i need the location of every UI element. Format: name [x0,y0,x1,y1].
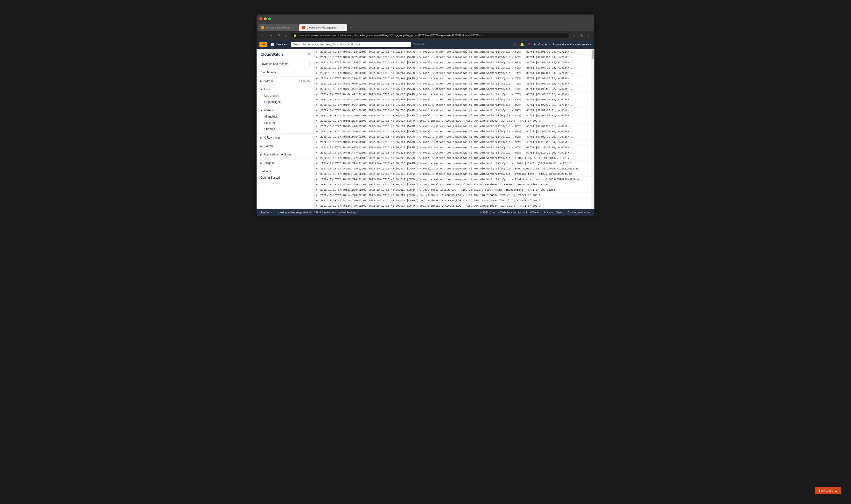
help-icon[interactable]: ❓ [527,42,531,46]
sidebar-item-app-monitoring[interactable]: ▶ Application monitoring [256,151,314,158]
extensions-button[interactable]: 🔌 [578,33,584,38]
log-row[interactable]: ▶2022-10-13T17:48:06.226+02:002022-10-13… [314,140,592,145]
region-selector[interactable]: N. Virginia ▾ [534,43,550,46]
log-row[interactable]: ▶2022-10-13T17:48:03.468+02:002022-10-13… [314,71,592,76]
sidebar-item-all-metrics[interactable]: All metrics [256,113,314,120]
terms-link[interactable]: Terms [557,211,564,214]
maximize-traffic-light[interactable] [268,17,271,20]
sidebar-item-explorer[interactable]: Explorer [256,120,314,126]
log-expand-icon[interactable]: ▶ [316,173,320,175]
tab-sagemaker[interactable]: Amazon SageMaker ✕ [258,24,298,31]
bell-icon[interactable]: 🔔 [520,42,524,46]
log-row[interactable]: ▶2022-10-13T17:48:06.728+02:002022-10-13… [314,172,592,177]
log-row[interactable]: ▶2022-10-13T17:48:05.976+02:002022-10-13… [314,134,592,140]
log-row[interactable]: ▶2022-10-13T17:48:04.981+02:002022-10-13… [314,102,592,108]
log-expand-icon[interactable]: ▶ [316,204,320,207]
log-expand-icon[interactable]: ▶ [316,66,320,69]
sidebar-group-metrics[interactable]: ▼ Metrics [256,107,314,113]
minimize-traffic-light[interactable] [264,17,267,20]
log-row[interactable]: ▶2022-10-13T17:48:14.770+02:002022-10-13… [314,193,592,198]
log-expand-icon[interactable]: ▶ [316,82,320,85]
sidebar-item-insights[interactable]: ▶ Insights [256,160,314,166]
sidebar-item-dashboards[interactable]: Dashboards [256,69,314,75]
aws-services-button[interactable]: Services [269,42,289,47]
forward-button[interactable]: → [268,33,274,38]
back-to-top-button[interactable]: Back to top ▲ [815,487,841,494]
sidebar-item-log-groups[interactable]: Log groups [256,92,314,99]
log-row[interactable]: ▶2022-10-13T17:48:03.719+02:002022-10-13… [314,76,592,81]
log-expand-icon[interactable]: ▶ [316,104,320,106]
new-tab-button[interactable]: + [348,24,354,31]
log-expand-icon[interactable]: ▶ [316,188,320,191]
log-expand-icon[interactable]: ▶ [316,162,320,165]
log-row[interactable]: ▶2022-10-13T17:48:06.728+02:002022-10-13… [314,161,592,166]
log-row[interactable]: ▶2022-10-13T17:48:04.471+02:002022-10-13… [314,92,592,97]
log-expand-icon[interactable]: ▶ [316,183,320,186]
log-row[interactable]: ▶2022-10-13T17:48:10.238+02:002022-10-13… [314,187,592,193]
log-row[interactable]: ▶2022-10-13T17:48:03.970+02:002022-10-13… [314,81,592,86]
sidebar-close-button[interactable]: ✕ [307,52,310,57]
sidebar-group-logs[interactable]: ▼ Logs [256,86,314,92]
log-expand-icon[interactable]: ▶ [316,77,320,80]
log-row[interactable]: ▶2022-10-13T17:48:05.725+02:002022-10-13… [314,129,592,134]
log-row[interactable]: ▶2022-10-13T17:48:19.770+02:002022-10-13… [314,198,592,203]
log-row[interactable]: ▶2022-10-13T17:48:06.477+02:002022-10-13… [314,150,592,156]
log-row[interactable]: ▶2022-10-13T17:48:03.468+02:002022-10-13… [314,65,592,71]
sidebar-item-alarms[interactable]: ▶ Alarms ⚠0 ⊘0 ⊙0 [256,78,314,84]
log-expand-icon[interactable]: ▶ [316,93,320,95]
log-expand-icon[interactable]: ▶ [316,72,320,74]
cloudshell-icon[interactable]: ⬛ [513,42,517,46]
unified-settings-link[interactable]: Unified Settings [338,211,356,214]
log-expand-icon[interactable]: ▶ [316,114,320,117]
tab-close-sagemaker[interactable]: ✕ [292,26,296,29]
log-expand-icon[interactable]: ▶ [316,61,320,64]
log-expand-icon[interactable]: ▶ [316,56,320,58]
log-row[interactable]: ▶2022-10-13T17:48:04.722+02:002022-10-13… [314,97,592,102]
tab-close-cloudwatch[interactable]: ✕ [342,26,344,29]
log-row[interactable]: ▶2022-10-13T17:48:06.728+02:002022-10-13… [314,182,592,187]
home-button[interactable]: ⌂ [284,33,288,38]
log-row[interactable]: ▶2022-10-13T17:48:04.221+02:002022-10-13… [314,86,592,92]
menu-button[interactable]: ⋮ [586,33,592,38]
log-row[interactable]: ▶2022-10-13T17:48:06.728+02:002022-10-13… [314,177,592,182]
sidebar-item-settings[interactable]: Settings [256,168,314,175]
log-expand-icon[interactable]: ▶ [316,199,320,202]
log-expand-icon[interactable]: ▶ [316,130,320,133]
log-row[interactable]: ▶2022-10-13T17:48:06.728+02:002022-10-13… [314,166,592,172]
sidebar-item-xray[interactable]: ▶ X-Ray traces [256,134,314,141]
log-expand-icon[interactable]: ▶ [316,51,320,53]
cookie-preferences-link[interactable]: Cookie preferences [568,211,591,214]
log-expand-icon[interactable]: ▶ [316,88,320,90]
log-row[interactable]: ▶2022-10-13T17:48:02.967+02:002022-10-13… [314,55,592,60]
log-expand-icon[interactable]: ▶ [316,98,320,101]
log-row[interactable]: ▶2022-10-13T17:48:06.477+02:002022-10-13… [314,145,592,150]
log-row[interactable]: ▶2022-10-13T17:48:05.244+02:002022-10-13… [314,113,592,118]
sidebar-item-logs-insights[interactable]: Logs Insights [256,99,314,105]
log-row[interactable]: ▶2022-10-13T17:48:06.477+02:002022-10-13… [314,156,592,161]
sidebar-item-favorites[interactable]: Favorites and recents › [256,61,314,67]
privacy-link[interactable]: Privacy [544,211,553,214]
tab-cloudwatch[interactable]: CloudWatch Management Con... ✕ [299,24,347,31]
log-expand-icon[interactable]: ▶ [316,109,320,111]
sidebar-item-streams[interactable]: Streams [256,126,314,132]
log-expand-icon[interactable]: ▶ [316,151,320,154]
log-expand-icon[interactable]: ▶ [316,157,320,159]
back-button[interactable]: ← [259,33,266,38]
log-row[interactable]: ▶2022-10-13T17:48:05.224+02:002022-10-13… [314,118,592,124]
log-expand-icon[interactable]: ▶ [316,136,320,138]
feedback-link[interactable]: Feedback [260,211,272,214]
log-expand-icon[interactable]: ▶ [316,120,320,122]
bookmark-button[interactable]: ☆ [572,33,577,38]
log-expand-icon[interactable]: ▶ [316,194,320,197]
user-menu[interactable]: AdministratorAccess/danielk ▾ [553,43,592,46]
log-row[interactable]: ▶2022-10-13T17:48:03.218+02:002022-10-13… [314,60,592,65]
log-expand-icon[interactable]: ▶ [316,146,320,149]
log-expand-icon[interactable]: ▶ [316,141,320,143]
sidebar-item-events[interactable]: ▶ Events [256,143,314,149]
log-row[interactable]: ▶2022-10-13T17:48:05.474+02:002022-10-13… [314,124,592,129]
log-expand-icon[interactable]: ▶ [316,167,320,170]
sidebar-item-getting-started[interactable]: Getting Started [256,175,314,181]
log-row[interactable]: ▶2022-10-13T17:48:02.716+02:002022-10-13… [314,49,592,55]
aws-search-input[interactable] [291,41,411,47]
log-expand-icon[interactable]: ▶ [316,125,320,127]
